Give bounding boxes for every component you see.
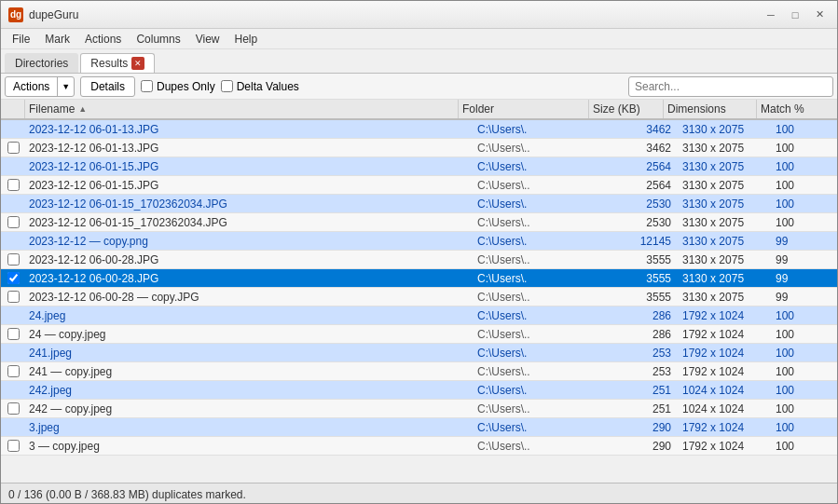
row-filename: 241.jpeg — [25, 344, 474, 361]
table-row[interactable]: 242 — copy.jpegC:\Users\..2511024 x 1024… — [1, 400, 837, 418]
table-row[interactable]: 241.jpegC:\Users\.2531792 x 1024100 — [1, 344, 837, 362]
menu-view[interactable]: View — [188, 31, 227, 48]
col-header-filename[interactable]: Filename ▲ — [25, 100, 459, 118]
details-button[interactable]: Details — [80, 76, 135, 97]
row-size: 2564 — [604, 176, 679, 194]
search-input[interactable] — [628, 76, 833, 97]
menu-help[interactable]: Help — [227, 31, 266, 48]
row-checkbox-cell — [1, 437, 25, 455]
tab-directories[interactable]: Directories — [5, 53, 78, 73]
row-match: 100 — [772, 344, 837, 361]
row-size: 253 — [604, 362, 679, 380]
row-filename: 3.jpeg — [25, 418, 474, 436]
col-header-dimensions[interactable]: Dimensions — [664, 100, 757, 118]
row-checkbox-cell — [1, 362, 25, 380]
table-row[interactable]: 242.jpegC:\Users\.2511024 x 1024100 — [1, 381, 837, 400]
row-checkbox-cell — [1, 139, 25, 157]
toolbar: Actions ▼ Details Dupes Only Delta Value… — [1, 74, 837, 100]
row-checkbox[interactable] — [7, 253, 20, 266]
col-header-folder[interactable]: Folder — [459, 100, 589, 118]
table-row[interactable]: 2023-12-12 06-01-15.JPGC:\Users\.2564313… — [1, 157, 837, 176]
row-size: 12145 — [604, 232, 679, 250]
tab-results-close[interactable]: ✕ — [131, 57, 144, 70]
row-dimensions: 3130 x 2075 — [679, 139, 772, 157]
table-row[interactable]: 24 — copy.jpegC:\Users\..2861792 x 10241… — [1, 325, 837, 344]
row-size: 3462 — [604, 120, 679, 138]
menu-file[interactable]: File — [5, 31, 37, 48]
dupes-only-label[interactable]: Dupes Only — [141, 80, 215, 93]
row-checkbox[interactable] — [7, 142, 20, 154]
table-row[interactable]: 241 — copy.jpegC:\Users\..2531792 x 1024… — [1, 362, 837, 381]
row-match: 100 — [772, 306, 837, 324]
row-filename: 2023-12-12 06-01-15_1702362034.JPG — [25, 213, 474, 231]
row-checkbox[interactable] — [7, 272, 20, 284]
table-row[interactable]: 2023-12-12 — copy.pngC:\Users\.121453130… — [1, 232, 837, 251]
row-checkbox[interactable] — [7, 328, 20, 340]
row-checkbox-cell — [1, 120, 25, 138]
row-folder: C:\Users\. — [474, 269, 604, 287]
row-dimensions: 1792 x 1024 — [679, 344, 772, 361]
row-filename: 2023-12-12 06-01-15_1702362034.JPG — [25, 195, 474, 212]
table-row[interactable]: 2023-12-12 06-01-13.JPGC:\Users\.3462313… — [1, 120, 837, 139]
table-row[interactable]: 3 — copy.jpegC:\Users\..2901792 x 102410… — [1, 437, 837, 456]
row-folder: C:\Users\.. — [474, 213, 604, 231]
delta-values-label[interactable]: Delta Values — [221, 80, 299, 93]
table-row[interactable]: 2023-12-12 06-01-15_1702362034.JPGC:\Use… — [1, 213, 837, 232]
row-checkbox-cell — [1, 213, 25, 231]
table-row[interactable]: 2023-12-12 06-01-15.JPGC:\Users\..256431… — [1, 176, 837, 195]
row-dimensions: 3130 x 2075 — [679, 195, 772, 212]
row-checkbox-cell — [1, 325, 25, 343]
table-header: Filename ▲ Folder Size (KB) Dimensions M… — [1, 100, 837, 120]
actions-button[interactable]: Actions ▼ — [5, 76, 75, 97]
col-header-size[interactable]: Size (KB) — [589, 100, 664, 118]
row-folder: C:\Users\. — [474, 232, 604, 250]
table-row[interactable]: 2023-12-12 06-01-13.JPGC:\Users\..346231… — [1, 139, 837, 157]
row-folder: C:\Users\. — [474, 157, 604, 175]
delta-values-checkbox[interactable] — [221, 80, 233, 92]
menu-columns[interactable]: Columns — [129, 31, 187, 48]
menu-mark[interactable]: Mark — [37, 31, 77, 48]
minimize-button[interactable]: ─ — [761, 5, 781, 25]
sort-icon: ▲ — [78, 104, 87, 114]
table-row[interactable]: 2023-12-12 06-00-28 — copy.JPGC:\Users\.… — [1, 288, 837, 306]
dupes-only-checkbox[interactable] — [141, 80, 153, 92]
row-size: 2564 — [604, 157, 679, 175]
row-checkbox[interactable] — [7, 291, 20, 303]
row-match: 100 — [772, 176, 837, 194]
menu-actions[interactable]: Actions — [77, 31, 129, 48]
row-checkbox-cell — [1, 195, 25, 212]
table-body[interactable]: 2023-12-12 06-01-13.JPGC:\Users\.3462313… — [1, 120, 837, 483]
row-checkbox-cell — [1, 269, 25, 287]
col-header-checkbox — [1, 100, 25, 118]
row-checkbox[interactable] — [7, 179, 20, 191]
window-controls: ─ □ ✕ — [761, 5, 830, 25]
table-row[interactable]: 2023-12-12 06-00-28.JPGC:\Users\.3555313… — [1, 269, 837, 288]
row-dimensions: 1792 x 1024 — [679, 437, 772, 455]
tab-results[interactable]: Results ✕ — [80, 53, 155, 73]
row-checkbox-cell — [1, 176, 25, 194]
col-header-match[interactable]: Match % — [757, 100, 822, 118]
row-size: 251 — [604, 381, 679, 399]
row-checkbox[interactable] — [7, 402, 20, 415]
row-dimensions: 1792 x 1024 — [679, 306, 772, 324]
actions-dropdown-arrow[interactable]: ▼ — [58, 77, 74, 96]
row-folder: C:\Users\. — [474, 381, 604, 399]
table-row[interactable]: 3.jpegC:\Users\.2901792 x 1024100 — [1, 418, 837, 437]
maximize-button[interactable]: □ — [785, 5, 805, 25]
row-size: 253 — [604, 344, 679, 361]
row-checkbox[interactable] — [7, 440, 20, 452]
close-button[interactable]: ✕ — [809, 5, 830, 25]
tab-bar: Directories Results ✕ — [1, 49, 837, 74]
table-row[interactable]: 24.jpegC:\Users\.2861792 x 1024100 — [1, 306, 837, 325]
table-row[interactable]: 2023-12-12 06-01-15_1702362034.JPGC:\Use… — [1, 195, 837, 213]
row-filename: 241 — copy.jpeg — [25, 362, 474, 380]
row-checkbox[interactable] — [7, 365, 20, 377]
row-match: 100 — [772, 418, 837, 436]
menu-bar: File Mark Actions Columns View Help — [1, 29, 837, 49]
table-row[interactable]: 2023-12-12 06-00-28.JPGC:\Users\..355531… — [1, 251, 837, 269]
row-checkbox[interactable] — [7, 216, 20, 228]
row-dimensions: 3130 x 2075 — [679, 269, 772, 287]
row-size: 3555 — [604, 288, 679, 306]
title-bar: dg dupeGuru ─ □ ✕ — [1, 1, 837, 29]
row-size: 286 — [604, 306, 679, 324]
